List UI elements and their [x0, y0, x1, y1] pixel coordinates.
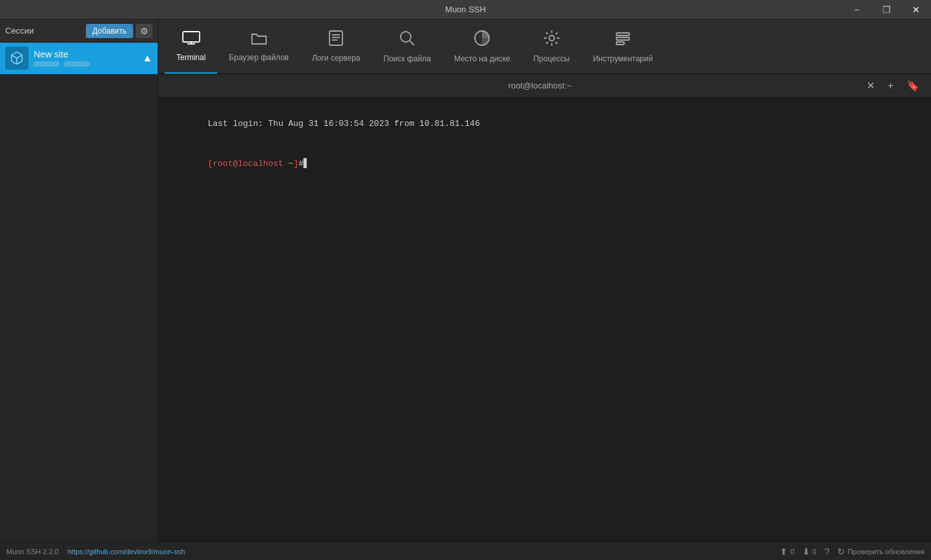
statusbar-right: ⬆ 0 ⬇ 0 ? ↻ Проверить обновления: [780, 546, 925, 557]
prompt-close-bracket: ]: [293, 159, 298, 169]
upload-status: ⬆ 0: [780, 546, 794, 557]
prompt-symbol: #: [298, 159, 304, 169]
tab-filesearch[interactable]: Поиск файла: [372, 20, 443, 74]
terminal-header: root@localhost:~ ✕ + 🔖: [158, 74, 931, 98]
session-name: New site: [34, 49, 140, 59]
terminal-line-1: Last login: Thu Aug 31 16:03:54 2023 fro…: [167, 104, 922, 144]
folder-icon: [250, 31, 268, 49]
session-host: [34, 59, 140, 67]
restore-button[interactable]: ❐: [872, 0, 901, 19]
cursor-block: ▋: [304, 159, 309, 169]
last-login-text: Last login: Thu Aug 31 16:03:54 2023 fro…: [207, 119, 479, 129]
pie-icon: [474, 30, 490, 50]
tabbar: Terminal Браузер файлов: [158, 19, 931, 74]
check-updates-label: Проверить обновления: [848, 548, 925, 555]
refresh-icon: ↻: [837, 546, 845, 557]
tools-icon: [614, 30, 631, 50]
svg-point-8: [401, 32, 411, 42]
terminal-prompt-line: [root@localhost ~]#▋: [167, 144, 922, 184]
version-label: Muon SSH 2.2.0: [6, 548, 59, 555]
tab-filebrowser-label: Браузер файлов: [229, 53, 289, 62]
content-area: Terminal Браузер файлов: [158, 19, 931, 542]
sidebar: Сессии Добавить ⚙ New site: [0, 19, 158, 542]
titlebar: Muon SSH − ❐ ✕: [0, 0, 931, 19]
main-layout: Сессии Добавить ⚙ New site: [0, 19, 931, 542]
upload-icon: ⬆: [780, 546, 788, 557]
terminal-host: root@localhost:~: [218, 81, 863, 90]
tab-serverlogs[interactable]: Логи сервера: [300, 20, 372, 74]
window-controls: − ❐ ✕: [842, 0, 931, 19]
session-icon: [5, 47, 28, 70]
tab-diskspace-label: Место на диске: [454, 54, 510, 63]
gear-icon: ⚙: [140, 26, 149, 36]
download-icon: ⬇: [802, 546, 810, 557]
window-title: Muon SSH: [445, 5, 486, 14]
download-count: 0: [813, 548, 817, 555]
processes-icon: [543, 30, 560, 50]
terminal-close-button[interactable]: ✕: [863, 78, 879, 93]
terminal-output[interactable]: Last login: Thu Aug 31 16:03:54 2023 fro…: [158, 98, 931, 542]
sidebar-title: Сессии: [5, 26, 34, 36]
tab-tools[interactable]: Инструментарий: [581, 20, 665, 74]
terminal-actions: ✕ + 🔖: [863, 78, 923, 93]
statusbar-left: Muon SSH 2.2.0 https://github.com/devlin…: [6, 548, 185, 555]
svg-point-11: [549, 36, 554, 41]
tab-tools-label: Инструментарий: [593, 54, 653, 63]
svg-line-9: [410, 41, 414, 45]
tab-terminal[interactable]: Terminal: [165, 20, 217, 74]
help-button[interactable]: ?: [824, 546, 830, 557]
session-info: New site: [34, 49, 140, 67]
svg-rect-13: [616, 37, 629, 40]
monitor-icon: [182, 31, 200, 49]
sidebar-settings-button[interactable]: ⚙: [136, 24, 152, 38]
box-icon: [10, 51, 24, 65]
svg-rect-1: [183, 32, 200, 42]
github-link[interactable]: https://github.com/devlinx9/muon-ssh: [68, 548, 185, 555]
svg-rect-14: [616, 42, 624, 45]
tab-diskspace[interactable]: Место на диске: [443, 20, 522, 74]
add-session-button[interactable]: Добавить: [86, 24, 133, 38]
collapse-icon: ▲: [142, 52, 152, 64]
search-icon: [399, 30, 415, 50]
terminal-bookmark-button[interactable]: 🔖: [903, 78, 923, 93]
download-status: ⬇ 0: [802, 546, 817, 557]
prompt-path: ~: [283, 159, 293, 169]
close-button[interactable]: ✕: [901, 0, 931, 19]
terminal-add-button[interactable]: +: [884, 78, 897, 93]
check-updates-item: ↻ Проверить обновления: [837, 546, 925, 557]
tab-serverlogs-label: Логи сервера: [312, 54, 361, 63]
sidebar-actions: Добавить ⚙: [86, 24, 152, 38]
prompt-user: root@localhost: [213, 159, 283, 169]
session-item[interactable]: New site ▲: [0, 43, 158, 74]
tab-processes-label: Процессы: [534, 54, 570, 63]
upload-count: 0: [790, 548, 794, 555]
tab-filesearch-label: Поиск файла: [384, 54, 432, 63]
tab-processes[interactable]: Процессы: [522, 20, 581, 74]
svg-rect-12: [616, 33, 629, 36]
statusbar: Muon SSH 2.2.0 https://github.com/devlin…: [0, 542, 931, 560]
svg-rect-4: [330, 31, 342, 45]
tab-filebrowser[interactable]: Браузер файлов: [217, 20, 300, 74]
log-icon: [327, 30, 345, 50]
sidebar-header: Сессии Добавить ⚙: [0, 19, 158, 43]
minimize-button[interactable]: −: [842, 0, 872, 19]
tab-terminal-label: Terminal: [176, 53, 205, 62]
